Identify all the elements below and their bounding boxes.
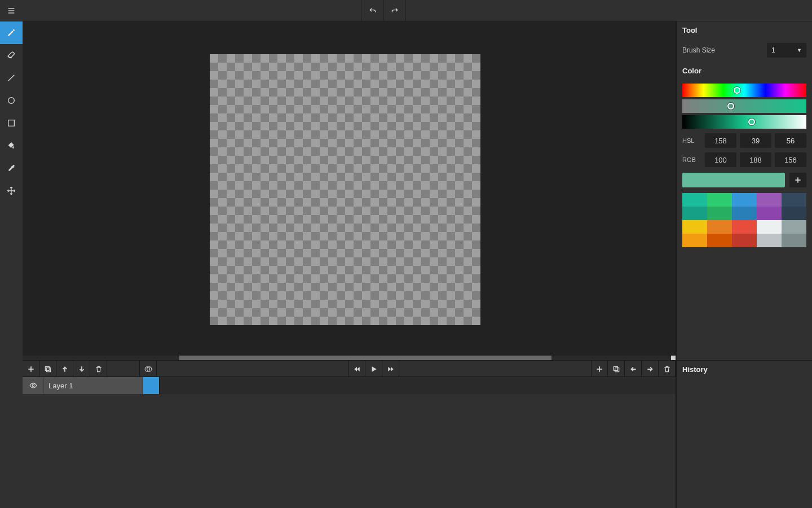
layer-toolbar-spacer [107,361,140,376]
menu-button[interactable] [0,0,23,21]
eyedropper-icon [7,164,16,173]
saturation-slider[interactable] [682,99,806,113]
palette-swatch-3[interactable] [757,193,782,207]
svg-marker-15 [388,367,391,371]
canvas-horizontal-scrollbar[interactable] [23,354,677,360]
svg-point-4 [8,98,15,104]
move-frame-left-button[interactable] [625,361,642,378]
layer-visibility-toggle[interactable] [23,377,44,394]
palette-swatch-13[interactable] [757,220,782,234]
canvas-checkerboard[interactable] [210,54,480,325]
history-panel: History [677,360,812,508]
right-panel: Tool Brush Size 1 ▼ Color HSL 158 39 [677,21,812,360]
tool-line[interactable] [0,67,23,89]
svg-rect-8 [46,368,50,372]
undo-button[interactable] [361,0,383,21]
palette-swatch-1[interactable] [707,193,732,207]
frame-cell-selected[interactable] [143,377,160,394]
hsl-l-input[interactable]: 56 [775,133,806,148]
palette-swatch-6[interactable] [707,207,732,220]
timeline-spacer-1 [157,361,348,376]
top-bar [0,0,812,21]
palette-swatch-2[interactable] [732,193,757,207]
palette-swatch-10[interactable] [682,220,707,234]
bucket-icon [7,141,16,150]
saturation-slider-handle[interactable] [727,103,734,110]
timeline-toolbar [23,360,677,377]
tool-circle[interactable] [0,89,23,112]
color-section-title: Color [677,62,812,79]
tool-rectangle[interactable] [0,112,23,134]
rgb-b-input[interactable]: 156 [775,152,806,167]
eye-icon [29,382,37,389]
pencil-icon [7,28,16,37]
svg-rect-19 [615,368,619,372]
redo-button[interactable] [383,0,406,21]
lightness-slider-handle[interactable] [748,119,755,125]
palette-swatch-11[interactable] [707,220,732,234]
rgb-g-input[interactable]: 188 [740,152,771,167]
delete-frame-button[interactable] [659,361,676,378]
palette-swatch-15[interactable] [682,234,707,247]
delete-layer-button[interactable] [90,361,107,378]
square-icon [7,119,16,128]
hue-slider-handle[interactable] [734,87,740,94]
move-layer-down-button[interactable] [73,361,90,378]
palette-swatch-19[interactable] [782,234,806,247]
arrow-left-icon [629,365,637,373]
trash-icon [663,365,671,373]
hsl-h-input[interactable]: 158 [705,133,736,148]
tool-fill-bucket[interactable] [0,134,23,157]
palette-swatch-9[interactable] [782,207,806,220]
skip-back-icon [353,365,361,373]
plus-icon [595,365,603,373]
palette-swatch-12[interactable] [732,220,757,234]
timeline-panel: Layer 1 [23,377,677,508]
hsl-s-input[interactable]: 39 [740,133,771,148]
rgb-label: RGB [682,156,701,163]
duplicate-layer-button[interactable] [39,361,56,378]
rgb-r-input[interactable]: 100 [705,152,736,167]
undo-icon [368,6,377,15]
palette-swatch-8[interactable] [757,207,782,220]
tool-pencil[interactable] [0,21,23,44]
add-layer-button[interactable] [23,361,39,378]
palette-swatch-5[interactable] [682,207,707,220]
tool-eyedropper[interactable] [0,157,23,179]
layer-row[interactable]: Layer 1 [23,377,676,394]
skip-forward-button[interactable] [382,361,399,378]
tool-eraser[interactable] [0,44,23,67]
skip-back-button[interactable] [348,361,365,378]
move-frame-right-button[interactable] [642,361,659,378]
svg-line-3 [8,75,15,81]
palette-swatch-17[interactable] [732,234,757,247]
tool-move[interactable] [0,179,23,202]
palette-swatch-18[interactable] [757,234,782,247]
palette-swatch-7[interactable] [732,207,757,220]
brush-size-select[interactable]: 1 ▼ [767,43,806,58]
brush-size-value: 1 [771,46,775,54]
hue-slider[interactable] [682,84,806,97]
onion-skin-button[interactable] [140,361,157,378]
layer-name[interactable]: Layer 1 [44,377,143,394]
palette-swatch-14[interactable] [782,220,806,234]
circle-icon [7,96,16,105]
add-to-palette-button[interactable] [789,173,806,187]
topbar-spacer [23,0,361,21]
add-frame-button[interactable] [591,361,608,378]
lightness-slider[interactable] [682,115,806,129]
svg-rect-20 [614,366,617,370]
palette-swatch-0[interactable] [682,193,707,207]
duplicate-frame-button[interactable] [608,361,625,378]
palette-swatch-16[interactable] [707,234,732,247]
palette-swatch-4[interactable] [782,193,806,207]
hsl-label: HSL [682,137,701,144]
arrow-right-icon [646,365,654,373]
play-button[interactable] [365,361,382,378]
trash-icon [95,365,103,373]
chevron-down-icon: ▼ [797,47,802,53]
hscroll-thumb[interactable] [179,356,551,360]
canvas-viewport[interactable] [23,21,677,354]
tool-sidebar [0,21,23,508]
move-layer-up-button[interactable] [56,361,73,378]
